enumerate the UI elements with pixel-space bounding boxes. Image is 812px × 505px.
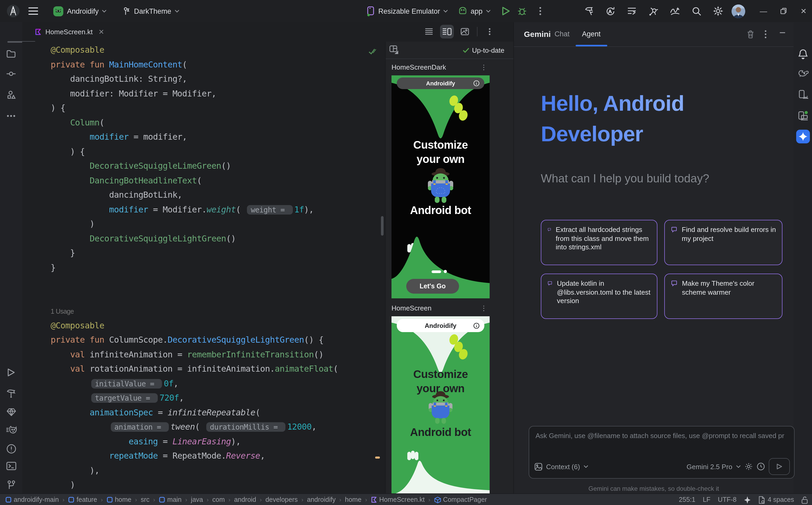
line-ending[interactable]: LF [703, 496, 710, 503]
model-selector[interactable]: Gemini 2.5 Pro [687, 463, 732, 471]
minimize-button[interactable]: — [756, 0, 771, 22]
todo-icon[interactable] [627, 7, 637, 16]
profiler-tool-icon[interactable] [0, 426, 22, 435]
send-button[interactable] [769, 458, 790, 475]
history-icon[interactable] [757, 462, 765, 471]
preview-light-menu-icon[interactable]: ⋮ [480, 304, 488, 312]
lock-icon[interactable] [801, 496, 808, 504]
tab-homescreen-kt[interactable]: HomeScreen.kt ✕ [29, 22, 109, 42]
split-view-button[interactable] [440, 25, 454, 38]
gemini-suggestion-card[interactable]: Make my Theme's color scheme warmer [664, 274, 783, 319]
problems-tool-icon[interactable] [0, 444, 22, 454]
profiler-icon[interactable] [648, 6, 659, 16]
indent-setting[interactable]: 4 spaces [758, 496, 794, 504]
tab-agent[interactable]: Agent [582, 30, 601, 38]
gemini-input-box[interactable]: Ask Gemini, use @filename to attach sour… [529, 426, 795, 479]
breadcrumb-item[interactable]: home [345, 496, 362, 503]
file-encoding[interactable]: UTF-8 [718, 496, 736, 503]
preview-layout-icon[interactable] [389, 45, 398, 54]
editor-more-options-icon[interactable] [483, 25, 496, 38]
breadcrumb-item[interactable]: com [212, 496, 225, 503]
caret-position[interactable]: 255:1 [679, 496, 695, 503]
close-button[interactable]: ✕ [796, 0, 811, 22]
gemini-suggestion-card[interactable]: Find and resolve build errors in my proj… [664, 220, 783, 265]
android-bot-image [424, 166, 457, 205]
breadcrumb-item[interactable]: developers [265, 496, 298, 503]
hide-panel-icon[interactable] [779, 29, 786, 36]
restore-button[interactable] [776, 0, 791, 22]
breadcrumb-item[interactable]: java [191, 496, 203, 503]
lets-go-button[interactable]: Let's Go [406, 279, 459, 294]
breadcrumb-item[interactable]: src [141, 496, 149, 503]
gemini-settings-icon[interactable] [744, 462, 753, 471]
version-control-tool-icon[interactable] [0, 480, 22, 490]
tab-chat[interactable]: Chat [555, 30, 570, 38]
build-tool-icon[interactable] [0, 388, 22, 398]
breadcrumb-separator: › [62, 497, 65, 503]
breadcrumb-item[interactable]: home [106, 496, 131, 503]
run-tool-icon[interactable] [0, 368, 22, 377]
device-selector[interactable]: Resizable Emulator [366, 0, 448, 22]
folder-icon [68, 497, 75, 503]
vcs-branch-selector[interactable]: DarkTheme [122, 0, 179, 22]
project-selector[interactable]: Androidify [53, 0, 107, 22]
gemini-more-options-icon[interactable] [765, 30, 767, 38]
gradle-icon[interactable] [794, 69, 812, 78]
debug-button[interactable] [517, 0, 527, 22]
sparkle-icon[interactable] [744, 496, 751, 504]
breadcrumb-item[interactable]: android [234, 496, 256, 503]
run-config-selector[interactable]: app [458, 0, 490, 22]
breadcrumb-separator: › [259, 497, 262, 503]
preview-dark-menu-icon[interactable]: ⋮ [480, 63, 488, 71]
running-devices-icon[interactable] [794, 110, 812, 121]
tab-label: HomeScreen.kt [45, 28, 93, 36]
build-icon[interactable] [585, 6, 595, 16]
attach-context-icon[interactable] [535, 463, 542, 471]
gemini-suggestion-card[interactable]: Update kotlin in @libs.version.toml to t… [541, 274, 658, 319]
commit-tool-icon[interactable] [0, 70, 22, 77]
right-tool-stripe [793, 22, 812, 493]
clear-conversation-icon[interactable] [746, 30, 755, 38]
breadcrumb-item[interactable]: androidify-main [5, 496, 59, 503]
preview-name-dark[interactable]: HomeScreenDark [391, 63, 446, 71]
run-more-options-icon[interactable] [539, 0, 541, 22]
code-view-button[interactable] [422, 25, 436, 38]
preview-homescreendark[interactable]: Androidify Customize your own Android bo… [391, 75, 490, 298]
code-line: } [51, 260, 338, 275]
preview-homescreen[interactable]: Androidify Customize your own Android bo… [391, 316, 490, 493]
breadcrumb-item[interactable]: HomeScreen.kt [371, 496, 425, 503]
sync-icon[interactable]: A [606, 6, 616, 16]
more-tools-icon[interactable] [0, 115, 22, 117]
tab-close-icon[interactable]: ✕ [98, 28, 104, 36]
inspections-ok-icon[interactable] [368, 48, 377, 55]
code-line: DecorativeSquiggleLimeGreen() [51, 159, 338, 173]
settings-icon[interactable] [713, 6, 723, 16]
gemini-disclaimer: Gemini can make mistakes, so double-chec… [514, 485, 794, 492]
preview-name-light[interactable]: HomeScreen [391, 304, 432, 312]
notifications-icon[interactable] [794, 48, 812, 59]
gemini-tool-icon[interactable] [794, 130, 812, 143]
ai-scribble-icon[interactable] [670, 6, 681, 16]
breadcrumb-item[interactable]: feature [68, 496, 97, 503]
code-editor[interactable]: @Composableprivate fun MainHomeContent( … [22, 42, 385, 493]
editor-scrollbar[interactable] [381, 216, 383, 235]
context-selector[interactable]: Context (6) [546, 463, 580, 471]
structure-tool-icon[interactable] [0, 90, 22, 100]
app-insights-tool-icon[interactable] [0, 407, 22, 417]
run-button[interactable] [501, 0, 510, 22]
project-tool-icon[interactable] [0, 49, 22, 58]
breadcrumb-item[interactable]: CompactPager [434, 496, 487, 503]
breadcrumb-item[interactable]: androidify [307, 496, 336, 503]
device-manager-icon[interactable] [794, 90, 812, 100]
androidify-pill-dark: Androidify [397, 77, 484, 89]
avatar[interactable] [731, 0, 745, 22]
chevron-down-icon [443, 9, 448, 13]
terminal-tool-icon[interactable] [0, 462, 22, 470]
hamburger-menu-icon[interactable] [28, 0, 38, 22]
android-studio-logo-icon[interactable] [6, 0, 20, 22]
design-view-button[interactable] [458, 25, 472, 38]
breadcrumb-item[interactable]: main [159, 496, 182, 503]
search-icon[interactable] [692, 6, 702, 16]
kotlin-file-icon [35, 28, 42, 35]
gemini-suggestion-card[interactable]: Extract all hardcoded strings from this … [541, 220, 658, 265]
